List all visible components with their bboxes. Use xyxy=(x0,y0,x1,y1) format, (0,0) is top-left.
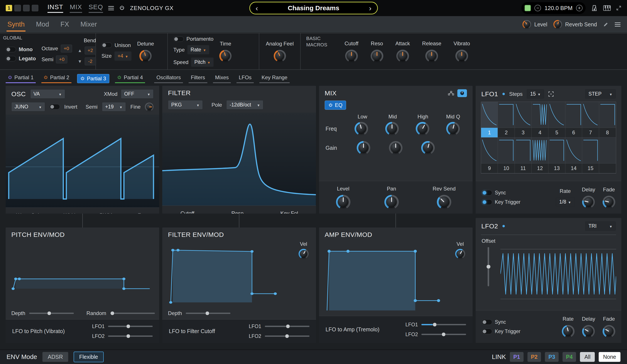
macro-vibrato-knob[interactable] xyxy=(455,50,468,62)
pole-select[interactable]: -12dB/oct xyxy=(226,100,263,109)
part-button-2[interactable] xyxy=(14,5,21,11)
step-number-8[interactable]: 8 xyxy=(599,128,616,137)
tab-mod[interactable]: Mod xyxy=(35,17,50,32)
step-shape-12[interactable] xyxy=(532,137,548,163)
step-number-2[interactable]: 2 xyxy=(498,128,515,137)
step-shape-14[interactable] xyxy=(565,137,582,163)
link-p1-button[interactable]: P1 xyxy=(510,352,523,362)
step-number-7[interactable]: 7 xyxy=(582,128,599,137)
analog-feel-knob[interactable] xyxy=(274,50,286,62)
lfo1-step-grid[interactable]: 1 2 3 4 5 6 7 8 xyxy=(481,102,616,174)
tab-mixer[interactable]: Mixer xyxy=(79,17,98,32)
bpm-value[interactable]: 120.0 BPM xyxy=(544,5,573,11)
pencil-icon[interactable] xyxy=(603,22,609,27)
pitch-lfo2-slider[interactable] xyxy=(108,335,153,337)
tab-synth[interactable]: Synth xyxy=(6,17,25,32)
lfo1-wave-select[interactable]: STEP xyxy=(585,89,616,99)
pitch-random-slider[interactable] xyxy=(110,313,155,314)
step-shape-15[interactable] xyxy=(582,137,599,163)
step-shape-1[interactable] xyxy=(481,102,498,128)
fine-knob[interactable] xyxy=(145,102,154,111)
tab-partial-2[interactable]: Partial 2 xyxy=(41,73,71,83)
semi-value[interactable]: +0 xyxy=(56,55,67,63)
unison-toggle[interactable] xyxy=(102,43,112,48)
lfo2-delay-knob[interactable] xyxy=(582,325,595,338)
step-shape-9[interactable] xyxy=(481,137,498,163)
filter-lfo2-slider[interactable] xyxy=(265,335,310,337)
link-p2-button[interactable]: P2 xyxy=(527,352,541,362)
filter-depth-slider[interactable] xyxy=(186,313,230,314)
portamento-time-knob[interactable] xyxy=(219,50,231,62)
lfo2-sync-toggle[interactable] xyxy=(482,319,492,325)
step-number-3[interactable]: 3 xyxy=(515,128,532,137)
step-shape-13[interactable] xyxy=(548,137,565,163)
osc-semi-select[interactable]: +19 xyxy=(102,102,126,111)
patch-name[interactable]: Chasing Dreams xyxy=(288,4,339,12)
lfo1-sync-toggle[interactable] xyxy=(482,190,492,195)
filter-curve-display[interactable] xyxy=(162,113,316,206)
step-number-9[interactable]: 9 xyxy=(481,163,498,173)
tab-partial-3[interactable]: Partial 3 xyxy=(77,74,109,83)
pan-knob[interactable] xyxy=(384,195,399,209)
macro-reso-knob[interactable] xyxy=(371,50,383,62)
invert-toggle[interactable] xyxy=(50,104,60,109)
lfo1-delay-knob[interactable] xyxy=(582,196,595,208)
step-number-10[interactable]: 10 xyxy=(498,163,515,173)
macro-release-knob[interactable] xyxy=(425,50,438,62)
lfo2-key-trigger-toggle[interactable] xyxy=(482,329,492,334)
keyboard-icon[interactable] xyxy=(603,5,611,11)
lfo2-wave-select[interactable]: TRI xyxy=(585,221,616,231)
lfo1-key-trigger-toggle[interactable] xyxy=(482,199,492,205)
filter-vel-knob[interactable] xyxy=(299,249,309,259)
pitch-env-display[interactable] xyxy=(10,242,155,307)
step-number-12[interactable]: 12 xyxy=(532,163,548,173)
power-icon[interactable] xyxy=(119,5,125,11)
pitch-depth-slider[interactable] xyxy=(29,313,74,314)
step-shape-4[interactable] xyxy=(532,102,548,128)
mix-level-knob[interactable] xyxy=(336,195,350,209)
link-all-button[interactable]: All xyxy=(580,352,595,362)
rev-send-knob[interactable] xyxy=(437,195,451,209)
prev-patch-button[interactable]: ‹ xyxy=(256,4,258,12)
step-number-11[interactable]: 11 xyxy=(515,163,532,173)
lfo2-waveform-display[interactable] xyxy=(500,249,616,299)
pitch-lfo1-slider[interactable] xyxy=(108,326,153,327)
tab-filters[interactable]: Filters xyxy=(189,73,207,83)
step-number-15[interactable]: 15 xyxy=(582,163,599,173)
step-shape-8[interactable] xyxy=(599,102,616,128)
link-p4-button[interactable]: P4 xyxy=(563,352,576,362)
bend-up-value[interactable]: +2 xyxy=(85,46,96,54)
filter-lfo1-slider[interactable] xyxy=(265,326,310,327)
adsr-button[interactable]: ADSR xyxy=(42,352,68,362)
tab-key-range[interactable]: Key Range xyxy=(259,73,290,83)
detune-knob[interactable] xyxy=(139,50,152,62)
step-number-1[interactable]: 1 xyxy=(481,128,498,137)
eq-mid-q-knob[interactable] xyxy=(446,122,460,136)
step-shape-5[interactable] xyxy=(548,102,565,128)
tab-inst[interactable]: INST xyxy=(48,3,63,13)
lfo1-fade-knob[interactable] xyxy=(603,196,615,208)
step-number-4[interactable]: 4 xyxy=(532,128,548,137)
steps-select[interactable]: 15 xyxy=(527,89,544,99)
portamento-toggle[interactable] xyxy=(173,36,184,42)
xmod-select[interactable]: OFF xyxy=(121,89,154,99)
tab-lfos[interactable]: LFOs xyxy=(237,73,254,83)
link-none-button[interactable]: None xyxy=(599,352,621,362)
lfo2-fade-knob[interactable] xyxy=(603,325,615,338)
portamento-type-select[interactable]: Rate xyxy=(187,45,209,54)
part-button-3[interactable] xyxy=(23,5,30,11)
mod-matrix-icon[interactable] xyxy=(448,90,454,96)
eq-mid-freq-knob[interactable] xyxy=(385,122,399,136)
tab-partial-1[interactable]: Partial 1 xyxy=(6,73,36,83)
eq-high-freq-knob[interactable] xyxy=(416,122,429,136)
step-shape-10[interactable] xyxy=(498,137,515,163)
step-number-5[interactable]: 5 xyxy=(548,128,565,137)
expand-icon[interactable] xyxy=(548,91,554,97)
level-knob[interactable] xyxy=(522,20,531,29)
unison-size-select[interactable]: +4 xyxy=(114,51,132,61)
step-shape-7[interactable] xyxy=(582,102,599,128)
tab-mixes[interactable]: Mixes xyxy=(213,73,231,83)
step-shape-3[interactable] xyxy=(515,102,532,128)
mono-toggle[interactable] xyxy=(6,47,16,52)
step-number-6[interactable]: 6 xyxy=(565,128,582,137)
